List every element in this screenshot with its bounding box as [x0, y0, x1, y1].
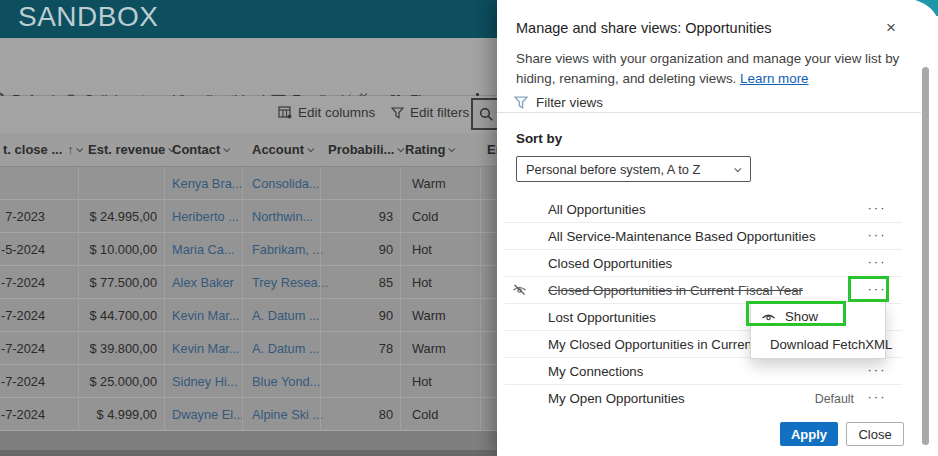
more-options-button[interactable]: ··· [862, 227, 892, 242]
table-row[interactable]: -7-2024 $ 77.500,00 Alex Baker Trey Rese… [0, 266, 497, 299]
context-menu-show[interactable]: Show [751, 302, 885, 330]
table-row[interactable]: -7-2024 $ 44.700,00 Kevin Mar... A. Datu… [0, 299, 497, 332]
sort-by-value: Personal before system, A to Z [526, 162, 700, 177]
cell-est-close: -7-2024 [0, 308, 45, 323]
sort-by-dropdown[interactable]: Personal before system, A to Z [516, 156, 751, 182]
app-root: SANDBOX Refresh Collaborate Visualize th… [0, 0, 938, 456]
close-button[interactable]: Close [846, 422, 904, 446]
table-body: Kenya Bra... Consolida... Warm 7-2023 $ … [0, 167, 497, 431]
table-row[interactable]: 7-2023 $ 24.995,00 Heriberto ... Northwi… [0, 200, 497, 233]
view-item-closed-current-fiscal-year[interactable]: Closed Opportunities in Current Fiscal Y… [505, 277, 902, 304]
column-header-est-close[interactable]: t. close ... ↑ [3, 142, 83, 157]
cell-probability: 78 [340, 341, 393, 356]
table-row[interactable]: -7-2024 $ 4.999,00 Dwayne El... Alpine S… [0, 398, 497, 431]
column-label: Contact [172, 142, 220, 157]
column-header-contact[interactable]: Contact [172, 142, 230, 157]
show-label: Show [785, 309, 818, 324]
apply-button[interactable]: Apply [780, 422, 838, 446]
cell-contact-link[interactable]: Sidney Hi... [172, 374, 248, 389]
view-name: Closed Opportunities [548, 256, 672, 271]
column-label: t. close ... [3, 142, 62, 157]
panel-scrollbar[interactable] [922, 67, 929, 445]
learn-more-link[interactable]: Learn more [740, 71, 808, 86]
grid-search-input[interactable] [471, 98, 497, 130]
view-item-closed-opportunities[interactable]: Closed Opportunities ··· [505, 250, 902, 277]
cell-est-revenue: $ 24.995,00 [60, 209, 157, 224]
view-name: All Service-Maintenance Based Opportunit… [548, 229, 816, 244]
more-options-button[interactable]: ··· [862, 200, 892, 215]
default-badge: Default [815, 392, 854, 406]
cell-account-link[interactable]: Fabrikam, ... [252, 242, 340, 257]
more-options-button[interactable]: ··· [862, 254, 892, 269]
table-row[interactable]: -7-2024 $ 25.000,00 Sidney Hi... Blue Yo… [0, 365, 497, 398]
eye-off-icon [512, 283, 527, 297]
table-row[interactable]: -7-2024 $ 39.800,00 Kevin Mar... A. Datu… [0, 332, 497, 365]
view-item-all-service-maintenance[interactable]: All Service-Maintenance Based Opportunit… [505, 223, 902, 250]
cell-account-link[interactable]: A. Datum ... [252, 308, 340, 323]
filter-views-label: Filter views [536, 95, 603, 110]
panel-title: Manage and share views: Opportunities [516, 20, 772, 36]
cell-est-revenue: $ 25.000,00 [60, 374, 157, 389]
cell-est-revenue: $ 44.700,00 [60, 308, 157, 323]
column-header-probability[interactable]: Probabili... [328, 142, 404, 157]
column-gridline [320, 167, 321, 431]
download-fetchxml-label: Download FetchXML [770, 337, 892, 352]
more-options-button[interactable]: ··· [862, 389, 892, 404]
column-header-est-revenue[interactable]: Est. revenue [88, 142, 175, 157]
command-bar: Refresh Collaborate Visualize this view … [0, 38, 497, 96]
cell-est-close: -7-2024 [0, 407, 45, 422]
table-row[interactable]: -5-2024 $ 10.000,00 Maria Ca... Fabrikam… [0, 233, 497, 266]
close-icon[interactable]: × [880, 17, 902, 39]
view-item-my-connections[interactable]: My Connections ··· [505, 358, 902, 385]
view-context-menu: Show Download FetchXML [750, 301, 886, 359]
edit-columns-button[interactable]: Edit columns [278, 105, 375, 120]
column-label: En [487, 142, 497, 157]
view-name: Lost Opportunities [548, 310, 656, 325]
column-gridline [78, 167, 79, 431]
view-name: My Open Opportunities [548, 391, 685, 406]
more-options-button[interactable]: ··· [862, 281, 892, 296]
cell-contact-link[interactable]: Kevin Mar... [172, 308, 248, 323]
cell-contact-link[interactable]: Kevin Mar... [172, 341, 248, 356]
funnel-icon [514, 96, 528, 109]
cell-rating: Warm [412, 308, 472, 323]
column-label: Probabili... [328, 142, 394, 157]
view-name: Closed Opportunities in Current Fiscal Y… [548, 283, 803, 298]
cell-account-link[interactable]: Trey Resea... [252, 275, 340, 290]
cell-account-link[interactable]: Alpine Ski ... [252, 407, 340, 422]
table-row[interactable]: Kenya Bra... Consolida... Warm [0, 167, 497, 200]
cell-contact-link[interactable]: Heriberto ... [172, 209, 248, 224]
cell-contact-link[interactable]: Maria Ca... [172, 242, 248, 257]
more-options-button[interactable]: ··· [862, 362, 892, 377]
cell-account-link[interactable]: A. Datum ... [252, 341, 340, 356]
view-item-my-open-opportunities[interactable]: My Open Opportunities Default ··· [505, 385, 902, 412]
column-header-rating[interactable]: Rating [405, 142, 455, 157]
column-header-account[interactable]: Account [252, 142, 314, 157]
view-name: All Opportunities [548, 202, 646, 217]
cell-rating: Hot [412, 242, 472, 257]
chevron-down-icon [307, 145, 314, 152]
horizontal-scrollbar[interactable] [0, 450, 497, 456]
cell-account-link[interactable]: Blue Yond... [252, 374, 340, 389]
view-item-all-opportunities[interactable]: All Opportunities ··· [505, 196, 902, 223]
edit-columns-label: Edit columns [298, 105, 375, 120]
filter-views-button[interactable]: Filter views [514, 95, 603, 110]
decorative-teal-swirl [912, 0, 938, 16]
cell-account-link[interactable]: Northwin... [252, 209, 340, 224]
chevron-down-icon [224, 145, 231, 152]
cell-est-close: -7-2024 [0, 374, 45, 389]
edit-filters-button[interactable]: Edit filters [391, 105, 469, 120]
context-menu-download-fetchxml[interactable]: Download FetchXML [751, 330, 885, 358]
cell-rating: Warm [412, 341, 472, 356]
cell-probability: 90 [340, 308, 393, 323]
cell-contact-link[interactable]: Alex Baker [172, 275, 248, 290]
column-gridline [480, 167, 481, 431]
panel-divider [497, 112, 921, 113]
column-label: Est. revenue [88, 142, 165, 157]
chevron-down-icon [449, 145, 456, 152]
cell-contact-link[interactable]: Dwayne El... [172, 407, 248, 422]
column-header-extra[interactable]: En [487, 142, 497, 157]
cell-account-link[interactable]: Consolida... [252, 176, 340, 191]
cell-contact-link[interactable]: Kenya Bra... [172, 176, 248, 191]
cell-est-revenue: $ 10.000,00 [60, 242, 157, 257]
